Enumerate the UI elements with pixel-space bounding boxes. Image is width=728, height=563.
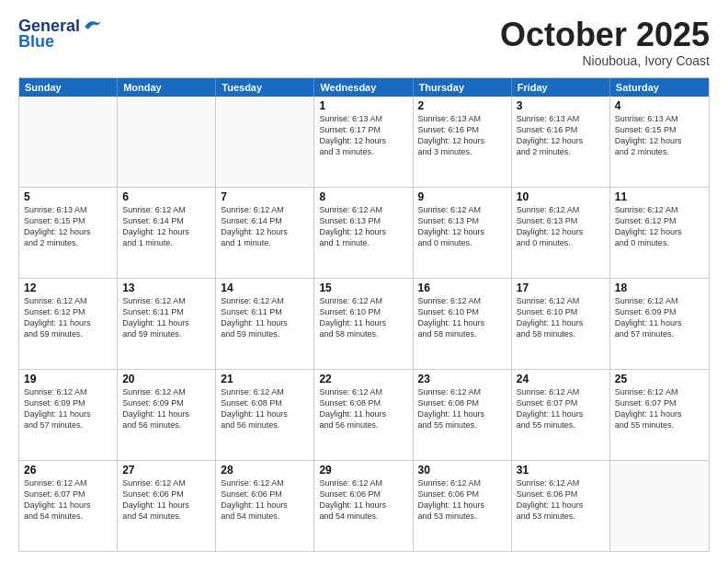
- logo-bird-icon: [83, 17, 103, 32]
- day-info: Sunrise: 6:12 AM Sunset: 6:11 PM Dayligh…: [221, 295, 309, 340]
- day-number: 31: [517, 464, 605, 477]
- day-cell: 30Sunrise: 6:12 AM Sunset: 6:06 PM Dayli…: [414, 461, 512, 551]
- day-info: Sunrise: 6:12 AM Sunset: 6:09 PM Dayligh…: [615, 295, 704, 340]
- day-info: Sunrise: 6:12 AM Sunset: 6:10 PM Dayligh…: [319, 295, 407, 340]
- day-info: Sunrise: 6:12 AM Sunset: 6:06 PM Dayligh…: [221, 477, 309, 523]
- day-header-sunday: Sunday: [19, 78, 118, 97]
- day-number: 9: [418, 190, 506, 203]
- day-number: 16: [418, 282, 506, 294]
- day-number: 1: [319, 99, 407, 112]
- day-number: 11: [615, 190, 704, 203]
- day-cell: 26Sunrise: 6:12 AM Sunset: 6:07 PM Dayli…: [19, 461, 118, 551]
- day-cell: 29Sunrise: 6:12 AM Sunset: 6:06 PM Dayli…: [314, 461, 413, 551]
- month-title: October 2025: [500, 17, 710, 53]
- week-row-1: 1Sunrise: 6:13 AM Sunset: 6:17 PM Daylig…: [19, 97, 709, 187]
- day-info: Sunrise: 6:13 AM Sunset: 6:17 PM Dayligh…: [319, 113, 407, 158]
- day-cell: 8Sunrise: 6:12 AM Sunset: 6:13 PM Daylig…: [314, 188, 413, 278]
- logo-blue: Blue: [18, 32, 54, 52]
- week-row-2: 5Sunrise: 6:13 AM Sunset: 6:15 PM Daylig…: [19, 187, 709, 278]
- day-number: 21: [221, 373, 309, 385]
- day-number: 27: [122, 464, 210, 477]
- day-cell: 13Sunrise: 6:12 AM Sunset: 6:11 PM Dayli…: [118, 279, 216, 369]
- day-cell: 7Sunrise: 6:12 AM Sunset: 6:14 PM Daylig…: [216, 188, 314, 278]
- day-cell: 28Sunrise: 6:12 AM Sunset: 6:06 PM Dayli…: [216, 461, 314, 551]
- day-cell: 25Sunrise: 6:12 AM Sunset: 6:07 PM Dayli…: [610, 370, 709, 460]
- day-info: Sunrise: 6:12 AM Sunset: 6:09 PM Dayligh…: [24, 386, 112, 431]
- day-number: 26: [24, 464, 112, 477]
- day-info: Sunrise: 6:13 AM Sunset: 6:15 PM Dayligh…: [615, 113, 704, 158]
- day-info: Sunrise: 6:13 AM Sunset: 6:16 PM Dayligh…: [418, 113, 506, 158]
- day-header-saturday: Saturday: [610, 78, 709, 97]
- day-info: Sunrise: 6:13 AM Sunset: 6:16 PM Dayligh…: [517, 113, 605, 158]
- week-row-4: 19Sunrise: 6:12 AM Sunset: 6:09 PM Dayli…: [19, 369, 709, 460]
- day-header-wednesday: Wednesday: [314, 78, 413, 97]
- day-cell: [216, 97, 314, 187]
- day-number: 8: [319, 190, 407, 203]
- day-number: 10: [517, 190, 605, 203]
- day-number: 6: [122, 190, 210, 203]
- day-header-friday: Friday: [512, 78, 610, 97]
- day-cell: 31Sunrise: 6:12 AM Sunset: 6:06 PM Dayli…: [512, 461, 610, 551]
- day-cell: [610, 461, 709, 551]
- day-info: Sunrise: 6:12 AM Sunset: 6:10 PM Dayligh…: [517, 295, 605, 340]
- day-number: 13: [122, 282, 210, 294]
- day-info: Sunrise: 6:12 AM Sunset: 6:06 PM Dayligh…: [122, 477, 210, 523]
- title-area: October 2025 Niouboua, Ivory Coast: [500, 17, 710, 68]
- day-cell: 2Sunrise: 6:13 AM Sunset: 6:16 PM Daylig…: [414, 97, 512, 187]
- day-cell: 17Sunrise: 6:12 AM Sunset: 6:10 PM Dayli…: [512, 279, 610, 369]
- page-container: General Blue October 2025 Niouboua, Ivor…: [0, 0, 728, 563]
- day-number: 14: [221, 282, 309, 294]
- day-info: Sunrise: 6:12 AM Sunset: 6:06 PM Dayligh…: [418, 477, 506, 523]
- day-info: Sunrise: 6:12 AM Sunset: 6:13 PM Dayligh…: [517, 204, 605, 249]
- day-number: 20: [122, 373, 210, 385]
- day-cell: 20Sunrise: 6:12 AM Sunset: 6:09 PM Dayli…: [118, 370, 216, 460]
- day-cell: 27Sunrise: 6:12 AM Sunset: 6:06 PM Dayli…: [118, 461, 216, 551]
- day-cell: 19Sunrise: 6:12 AM Sunset: 6:09 PM Dayli…: [19, 370, 118, 460]
- day-number: 7: [221, 190, 309, 203]
- day-number: 5: [24, 190, 112, 203]
- logo: General Blue: [18, 17, 103, 52]
- day-cell: 21Sunrise: 6:12 AM Sunset: 6:08 PM Dayli…: [216, 370, 314, 460]
- day-cell: 4Sunrise: 6:13 AM Sunset: 6:15 PM Daylig…: [610, 97, 709, 187]
- day-number: 25: [615, 373, 704, 385]
- day-cell: 15Sunrise: 6:12 AM Sunset: 6:10 PM Dayli…: [314, 279, 413, 369]
- day-cell: 1Sunrise: 6:13 AM Sunset: 6:17 PM Daylig…: [314, 97, 413, 187]
- day-cell: 14Sunrise: 6:12 AM Sunset: 6:11 PM Dayli…: [216, 279, 314, 369]
- day-info: Sunrise: 6:12 AM Sunset: 6:07 PM Dayligh…: [615, 386, 704, 431]
- day-number: 19: [24, 373, 112, 385]
- calendar: SundayMondayTuesdayWednesdayThursdayFrid…: [18, 77, 710, 552]
- day-number: 18: [615, 282, 704, 294]
- day-info: Sunrise: 6:12 AM Sunset: 6:07 PM Dayligh…: [24, 477, 112, 523]
- day-number: 2: [418, 99, 506, 112]
- day-info: Sunrise: 6:12 AM Sunset: 6:08 PM Dayligh…: [319, 386, 407, 431]
- week-row-3: 12Sunrise: 6:12 AM Sunset: 6:12 PM Dayli…: [19, 278, 709, 369]
- day-cell: 5Sunrise: 6:13 AM Sunset: 6:15 PM Daylig…: [19, 188, 118, 278]
- day-number: 24: [517, 373, 605, 385]
- day-cell: 6Sunrise: 6:12 AM Sunset: 6:14 PM Daylig…: [118, 188, 216, 278]
- day-cell: 16Sunrise: 6:12 AM Sunset: 6:10 PM Dayli…: [414, 279, 512, 369]
- day-cell: 10Sunrise: 6:12 AM Sunset: 6:13 PM Dayli…: [512, 188, 610, 278]
- day-info: Sunrise: 6:12 AM Sunset: 6:12 PM Dayligh…: [615, 204, 704, 249]
- day-info: Sunrise: 6:12 AM Sunset: 6:14 PM Dayligh…: [221, 204, 309, 249]
- day-info: Sunrise: 6:12 AM Sunset: 6:10 PM Dayligh…: [418, 295, 506, 340]
- day-info: Sunrise: 6:12 AM Sunset: 6:14 PM Dayligh…: [122, 204, 210, 249]
- day-info: Sunrise: 6:12 AM Sunset: 6:09 PM Dayligh…: [122, 386, 210, 431]
- day-info: Sunrise: 6:13 AM Sunset: 6:15 PM Dayligh…: [24, 204, 112, 249]
- day-cell: 18Sunrise: 6:12 AM Sunset: 6:09 PM Dayli…: [610, 279, 709, 369]
- day-cell: [19, 97, 118, 187]
- day-info: Sunrise: 6:12 AM Sunset: 6:06 PM Dayligh…: [517, 477, 605, 523]
- day-cell: 24Sunrise: 6:12 AM Sunset: 6:07 PM Dayli…: [512, 370, 610, 460]
- location: Niouboua, Ivory Coast: [500, 53, 710, 68]
- day-info: Sunrise: 6:12 AM Sunset: 6:13 PM Dayligh…: [418, 204, 506, 249]
- day-header-tuesday: Tuesday: [216, 78, 314, 97]
- day-cell: 22Sunrise: 6:12 AM Sunset: 6:08 PM Dayli…: [314, 370, 413, 460]
- day-header-monday: Monday: [118, 78, 216, 97]
- day-cell: 11Sunrise: 6:12 AM Sunset: 6:12 PM Dayli…: [610, 188, 709, 278]
- day-cell: 23Sunrise: 6:12 AM Sunset: 6:08 PM Dayli…: [414, 370, 512, 460]
- header: General Blue October 2025 Niouboua, Ivor…: [18, 17, 710, 68]
- day-cell: [118, 97, 216, 187]
- day-number: 30: [418, 464, 506, 477]
- day-info: Sunrise: 6:12 AM Sunset: 6:06 PM Dayligh…: [319, 477, 407, 523]
- day-cell: 9Sunrise: 6:12 AM Sunset: 6:13 PM Daylig…: [414, 188, 512, 278]
- week-row-5: 26Sunrise: 6:12 AM Sunset: 6:07 PM Dayli…: [19, 460, 709, 551]
